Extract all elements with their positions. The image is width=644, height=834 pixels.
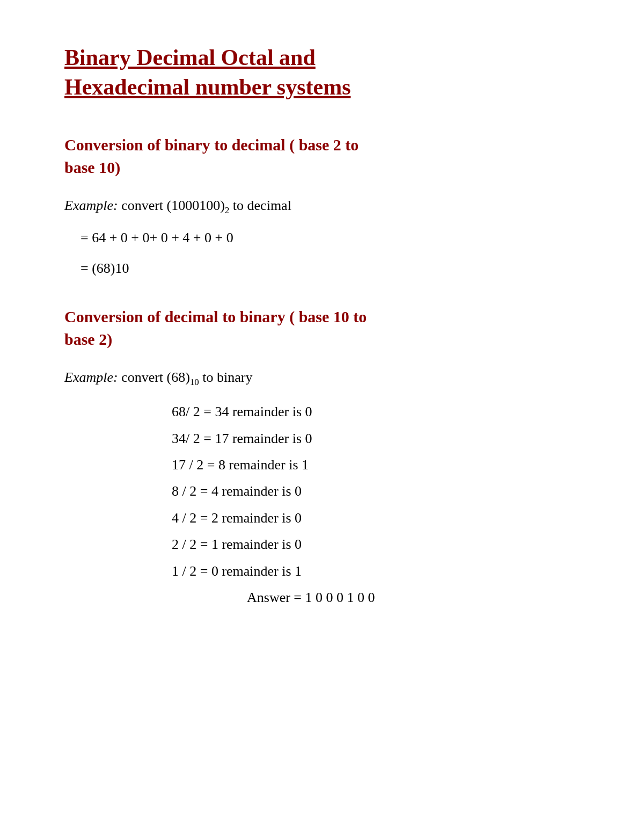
- division-row-1: 34/ 2 = 17 remainder is 0: [172, 425, 580, 452]
- page-title: Binary Decimal Octal and Hexadecimal num…: [64, 43, 580, 101]
- division-row-2: 17 / 2 = 8 remainder is 1: [172, 452, 580, 478]
- division-table: 68/ 2 = 34 remainder is 0 34/ 2 = 17 rem…: [172, 398, 580, 611]
- division-row-6: 1 / 2 = 0 remainder is 1: [172, 558, 580, 584]
- answer-row: Answer = 1 0 0 0 1 0 0: [247, 584, 580, 611]
- page-title-line1: Binary Decimal Octal and: [64, 45, 316, 70]
- section1-math2: = (68)10: [80, 258, 580, 279]
- section-binary-to-decimal: Conversion of binary to decimal ( base 2…: [64, 134, 580, 279]
- page-title-line2: Hexadecimal number systems: [64, 75, 351, 99]
- section2-heading: Conversion of decimal to binary ( base 1…: [64, 306, 580, 351]
- division-row-5: 2 / 2 = 1 remainder is 0: [172, 531, 580, 557]
- division-row-4: 4 / 2 = 2 remainder is 0: [172, 505, 580, 531]
- section1-math1: = 64 + 0 + 0+ 0 + 4 + 0 + 0: [80, 227, 580, 248]
- section1-heading: Conversion of binary to decimal ( base 2…: [64, 134, 580, 179]
- division-row-0: 68/ 2 = 34 remainder is 0: [172, 398, 580, 425]
- section-decimal-to-binary: Conversion of decimal to binary ( base 1…: [64, 306, 580, 611]
- section1-example: Example: convert (1000100)2 to decimal: [64, 195, 580, 217]
- division-row-3: 8 / 2 = 4 remainder is 0: [172, 478, 580, 504]
- section2-example: Example: convert (68)10 to binary: [64, 367, 580, 389]
